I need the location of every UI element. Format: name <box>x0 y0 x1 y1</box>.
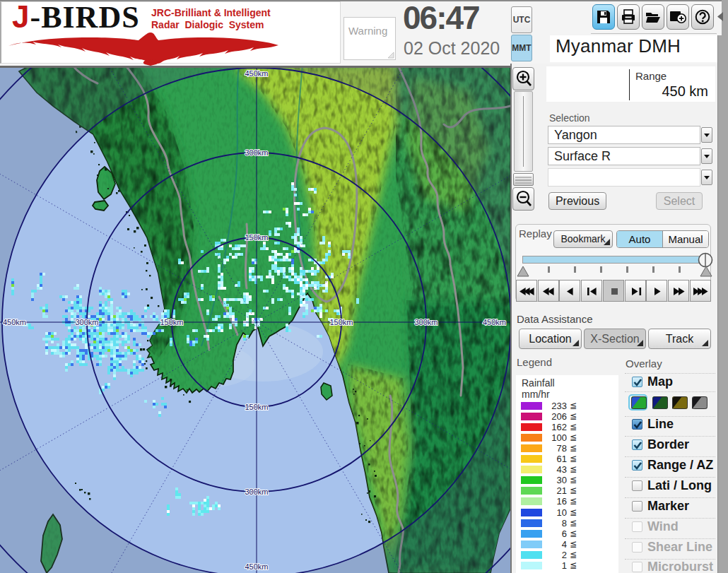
svg-text:150km: 150km <box>245 403 268 411</box>
svg-text:450km: 450km <box>483 318 506 326</box>
svg-text:150km: 150km <box>329 318 353 326</box>
svg-text:450km: 450km <box>245 562 268 571</box>
svg-text:300km: 300km <box>75 318 98 326</box>
svg-text:300km: 300km <box>245 148 268 157</box>
svg-text:450km: 450km <box>3 318 26 326</box>
svg-text:150km: 150km <box>160 318 183 326</box>
svg-text:300km: 300km <box>245 488 268 496</box>
svg-text:450km: 450km <box>245 69 268 78</box>
svg-text:150km: 150km <box>245 233 268 242</box>
svg-text:300km: 300km <box>414 318 438 326</box>
